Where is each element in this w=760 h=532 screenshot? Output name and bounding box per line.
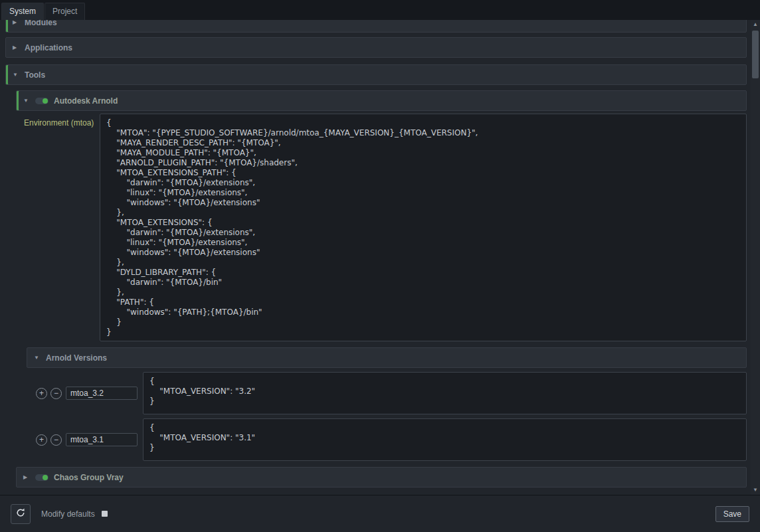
- section-header-arnold-versions[interactable]: ▼ Arnold Versions: [27, 347, 747, 368]
- version-row-buttons: + −: [32, 388, 62, 399]
- version-row-buttons: + −: [32, 434, 62, 446]
- modify-defaults-label: Modify defaults: [41, 509, 95, 519]
- section-label-tools: Tools: [25, 70, 45, 80]
- tab-project[interactable]: Project: [45, 3, 85, 20]
- footer-bar: Modify defaults Save: [0, 495, 760, 532]
- section-label-applications: Applications: [25, 43, 72, 52]
- version-row: + − { "MTOA_VERSION": "3.2" }: [32, 372, 747, 414]
- section-label-arnold-versions: Arnold Versions: [46, 353, 107, 363]
- chevron-right-icon: ▶: [13, 44, 19, 50]
- tab-bar: System Project: [0, 0, 760, 20]
- section-label-modules: Modules: [25, 20, 57, 27]
- remove-version-button[interactable]: −: [50, 434, 62, 446]
- settings-window: System Project ▶ Modules ▶ Applications …: [0, 0, 760, 532]
- group-label-autodesk-arnold: Autodesk Arnold: [54, 96, 118, 106]
- group-header-autodesk-arnold[interactable]: ▼ Autodesk Arnold: [16, 90, 747, 111]
- environment-row: Environment (mtoa) { "MTOA": "{PYPE_STUD…: [16, 114, 747, 341]
- scroll-up-icon[interactable]: ▲: [751, 20, 760, 29]
- section-header-modules[interactable]: ▶ Modules: [5, 20, 747, 33]
- scrollbar-thumb[interactable]: [752, 31, 759, 78]
- environment-json-editor[interactable]: { "MTOA": "{PYPE_STUDIO_SOFTWARE}/arnold…: [100, 114, 747, 341]
- version-name-input[interactable]: [66, 387, 138, 400]
- chevron-down-icon: ▼: [13, 72, 19, 78]
- enabled-toggle-icon[interactable]: [35, 98, 48, 104]
- refresh-icon: [15, 507, 26, 521]
- add-version-button[interactable]: +: [36, 388, 47, 399]
- chevron-right-icon: ▶: [23, 474, 30, 480]
- version-json-editor[interactable]: { "MTOA_VERSION": "3.2" }: [143, 372, 747, 414]
- chevron-right-icon: ▶: [13, 20, 19, 25]
- chevron-down-icon: ▼: [34, 355, 41, 361]
- settings-content: ▶ Modules ▶ Applications ▼ Tools ▼ Autod…: [0, 20, 751, 495]
- modify-defaults-checkbox[interactable]: [102, 511, 108, 517]
- save-button[interactable]: Save: [715, 506, 749, 522]
- section-header-applications[interactable]: ▶ Applications: [5, 37, 747, 58]
- group-label-chaos-group-vray: Chaos Group Vray: [54, 473, 124, 482]
- tab-system[interactable]: System: [1, 3, 44, 20]
- environment-label: Environment (mtoa): [16, 114, 100, 341]
- section-header-tools[interactable]: ▼ Tools: [5, 64, 747, 85]
- scroll-down-icon[interactable]: ▼: [751, 486, 760, 495]
- vertical-scrollbar[interactable]: ▲ ▼: [751, 20, 760, 495]
- version-json-editor[interactable]: { "MTOA_VERSION": "3.1" }: [143, 418, 747, 461]
- group-header-chaos-group-vray[interactable]: ▶ Chaos Group Vray: [16, 467, 747, 488]
- remove-version-button[interactable]: −: [50, 388, 62, 399]
- chevron-down-icon: ▼: [23, 98, 30, 104]
- version-row: + − { "MTOA_VERSION": "3.1" }: [32, 418, 747, 461]
- refresh-button[interactable]: [11, 504, 31, 524]
- add-version-button[interactable]: +: [36, 434, 47, 446]
- version-name-input[interactable]: [66, 433, 138, 446]
- enabled-toggle-icon[interactable]: [35, 474, 48, 481]
